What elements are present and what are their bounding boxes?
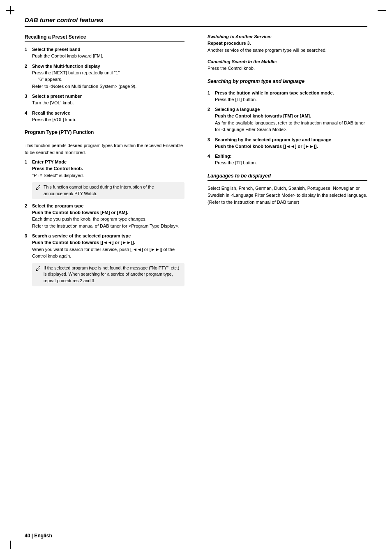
two-col-layout: Recalling a Preset Service 1 Select the … xyxy=(25,34,367,290)
section-heading-search-lang: Searching by program type and language xyxy=(208,78,367,86)
step-body-line: Refer to the instruction manual of DAB t… xyxy=(32,223,184,230)
sub-heading-cancelling: Cancelling Search In the Middle: xyxy=(208,59,367,64)
step-body-bold: Push the Control knob towards [|◄◄] or [… xyxy=(32,239,184,246)
step-num: 1 xyxy=(25,47,30,52)
step-body-line: Press the [NEXT] button repeatedly until… xyxy=(32,69,184,76)
main-title: DAB tuner control features xyxy=(25,16,367,27)
step-body: Push the Control knob towards [FM] or [A… xyxy=(32,209,184,230)
note-box: 🖊 This function cannot be used during th… xyxy=(32,182,184,199)
note-icon: 🖊 xyxy=(35,265,41,273)
step-body-line: Each time you push the knob, the program… xyxy=(32,216,184,223)
note-text: If the selected program type is not foun… xyxy=(44,265,181,284)
step-body-line: When you want to search for other servic… xyxy=(32,246,184,260)
step-body: Push the Control knob towards [|◄◄] or [… xyxy=(215,143,367,150)
step-body: Push the Control knob towards [FM] or [A… xyxy=(215,113,367,133)
step-pty-1: 1 Enter PTY Mode Press the Control knob.… xyxy=(25,159,184,199)
col-left: Recalling a Preset Service 1 Select the … xyxy=(25,34,193,290)
step-body-text: As for the available languages, refer to… xyxy=(215,120,367,133)
step-body: Repeat procedure 3. Another service of t… xyxy=(208,40,367,53)
note-text: This function cannot be used during the … xyxy=(44,184,181,197)
step-title: Exiting: xyxy=(215,154,231,159)
step-body-bold: Repeat procedure 3. xyxy=(208,40,367,47)
step-num: 3 xyxy=(25,233,30,238)
step-num: 3 xyxy=(208,137,213,142)
step-title: Show the Multi-function display xyxy=(32,64,100,69)
step-num: 2 xyxy=(208,107,213,112)
step-recall-2: 2 Show the Multi-function display Press … xyxy=(25,64,184,90)
note-box: 🖊 If the selected program type is not fo… xyxy=(32,263,184,286)
step-body: Press the [TI] button. xyxy=(215,96,367,103)
step-num: 3 xyxy=(25,94,30,99)
step-num: 2 xyxy=(25,203,30,208)
step-body-line: — "6" appears. xyxy=(32,76,184,83)
step-body-text: Another service of the same program type… xyxy=(208,47,367,54)
step-title: Press the button while in program type s… xyxy=(215,90,334,95)
step-title: Select the preset band xyxy=(32,47,80,52)
step-title: Select the program type xyxy=(32,203,83,208)
step-title: Recall the service xyxy=(32,111,70,115)
step-num: 1 xyxy=(25,159,30,164)
step-search-1: 1 Press the button while in program type… xyxy=(208,90,367,103)
step-pty-3: 3 Search a service of the selected progr… xyxy=(25,233,184,286)
step-num: 4 xyxy=(25,111,30,115)
step-body: Press the Control knob. xyxy=(208,65,367,72)
step-body: Press the [VOL] knob. xyxy=(32,116,184,123)
step-body: Push the Control knob toward [FM]. xyxy=(32,53,184,60)
step-title: Search a service of the selected program… xyxy=(32,233,131,238)
step-num: 1 xyxy=(208,90,213,95)
step-recall-3: 3 Select a preset number Turn the [VOL] … xyxy=(25,94,184,106)
switching-service: Switching to Another Service: Repeat pro… xyxy=(208,34,367,53)
step-title: Selecting a language xyxy=(215,107,260,112)
step-pty-2: 2 Select the program type Push the Contr… xyxy=(25,203,184,230)
section-heading-pty: Program Type (PTY) Function xyxy=(25,129,184,137)
step-recall-4: 4 Recall the service Press the [VOL] kno… xyxy=(25,111,184,123)
languages-body: Select English, French, German, Dutch, S… xyxy=(208,185,367,206)
step-body-bold: Push the Control knob towards [|◄◄] or [… xyxy=(215,143,367,150)
col-right: Switching to Another Service: Repeat pro… xyxy=(205,34,367,290)
step-title: Enter PTY Mode xyxy=(32,159,67,164)
sub-heading-switching: Switching to Another Service: xyxy=(208,34,367,39)
step-recall-1: 1 Select the preset band Push the Contro… xyxy=(25,47,184,60)
step-body: Press the Control knob. "PTY Select" is … xyxy=(32,165,184,199)
step-search-4: 4 Exiting: Press the [TI] button. xyxy=(208,154,367,166)
step-body: Press the [TI] button. xyxy=(215,159,367,166)
step-body-text: "PTY Select" is displayed. xyxy=(32,172,184,179)
section-heading-languages: Languages to be displayed xyxy=(208,173,367,181)
step-search-2: 2 Selecting a language Push the Control … xyxy=(208,107,367,133)
step-body: Push the Control knob towards [|◄◄] or [… xyxy=(32,239,184,286)
step-body-bold: Push the Control knob towards [FM] or [A… xyxy=(32,209,184,216)
step-search-3: 3 Searching by the selected program type… xyxy=(208,137,367,150)
step-body-bold: Push the Control knob towards [FM] or [A… xyxy=(215,113,367,120)
step-title: Select a preset number xyxy=(32,94,82,99)
step-body-bold: Press the Control knob. xyxy=(32,165,184,172)
step-body: Press the [NEXT] button repeatedly until… xyxy=(32,69,184,90)
step-body-line: Refer to <Notes on Multi-function System… xyxy=(32,83,184,90)
pty-intro: This function permits desired program ty… xyxy=(25,142,184,156)
step-body: Turn the [VOL] knob. xyxy=(32,99,184,106)
footer-page-number: 40 | English xyxy=(25,533,52,539)
step-title: Searching by the selected program type a… xyxy=(215,137,331,142)
note-icon: 🖊 xyxy=(35,184,41,192)
step-num: 2 xyxy=(25,64,30,69)
cancelling-search: Cancelling Search In the Middle: Press t… xyxy=(208,59,367,72)
step-num: 4 xyxy=(208,154,213,159)
section-heading-recall: Recalling a Preset Service xyxy=(25,34,184,42)
